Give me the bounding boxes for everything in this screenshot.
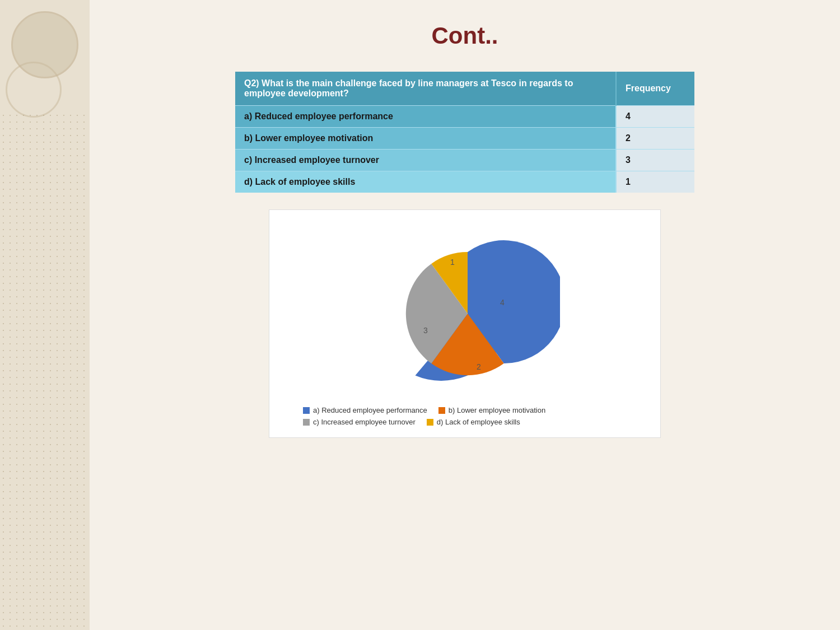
legend-color-d bbox=[427, 419, 433, 426]
decorative-circle-bottom bbox=[6, 62, 62, 118]
table-header-row: Q2) What is the main challenge faced by … bbox=[235, 72, 694, 106]
row-d-label: d) Lack of employee skills bbox=[235, 171, 616, 193]
table-row: c) Increased employee turnover 3 bbox=[235, 150, 694, 171]
legend-label-a: a) Reduced employee performance bbox=[313, 406, 427, 414]
legend-label-d: d) Lack of employee skills bbox=[437, 418, 520, 426]
table-row: d) Lack of employee skills 1 bbox=[235, 171, 694, 193]
row-a-value: 4 bbox=[616, 106, 694, 128]
table-row: a) Reduced employee performance 4 bbox=[235, 106, 694, 128]
label-1: 1 bbox=[450, 258, 455, 267]
page-title: Cont.. bbox=[432, 22, 498, 49]
row-a-label: a) Reduced employee performance bbox=[235, 106, 616, 128]
legend-item-d: d) Lack of employee skills bbox=[427, 418, 520, 426]
legend-color-c bbox=[303, 419, 310, 426]
row-d-value: 1 bbox=[616, 171, 694, 193]
dot-pattern bbox=[0, 112, 90, 630]
label-3: 3 bbox=[423, 326, 428, 335]
label-4: 4 bbox=[500, 298, 505, 307]
row-b-value: 2 bbox=[616, 128, 694, 150]
row-c-value: 3 bbox=[616, 150, 694, 171]
legend-row-2: c) Increased employee turnover d) Lack o… bbox=[303, 418, 638, 426]
legend-item-c: c) Increased employee turnover bbox=[303, 418, 416, 426]
row-b-label: b) Lower employee motivation bbox=[235, 128, 616, 150]
legend-color-b bbox=[438, 407, 445, 414]
pie-chart: 4 2 3 1 bbox=[370, 227, 560, 395]
legend-label-c: c) Increased employee turnover bbox=[313, 418, 416, 426]
data-table: Q2) What is the main challenge faced by … bbox=[235, 72, 694, 193]
legend-color-a bbox=[303, 407, 310, 414]
chart-legend: a) Reduced employee performance b) Lower… bbox=[292, 406, 638, 426]
legend-label-b: b) Lower employee motivation bbox=[449, 406, 545, 414]
table-header-question: Q2) What is the main challenge faced by … bbox=[235, 72, 616, 106]
left-sidebar bbox=[0, 0, 90, 630]
main-content: Cont.. Q2) What is the main challenge fa… bbox=[90, 0, 840, 630]
chart-container: 4 2 3 1 a) Reduced employee performance … bbox=[269, 209, 661, 438]
legend-item-b: b) Lower employee motivation bbox=[438, 406, 545, 414]
table-header-frequency: Frequency bbox=[616, 72, 694, 106]
legend-item-a: a) Reduced employee performance bbox=[303, 406, 427, 414]
pie-chart-area: 4 2 3 1 bbox=[292, 227, 638, 395]
legend-row-1: a) Reduced employee performance b) Lower… bbox=[303, 406, 638, 414]
table-row: b) Lower employee motivation 2 bbox=[235, 128, 694, 150]
row-c-label: c) Increased employee turnover bbox=[235, 150, 616, 171]
label-2: 2 bbox=[477, 362, 481, 371]
